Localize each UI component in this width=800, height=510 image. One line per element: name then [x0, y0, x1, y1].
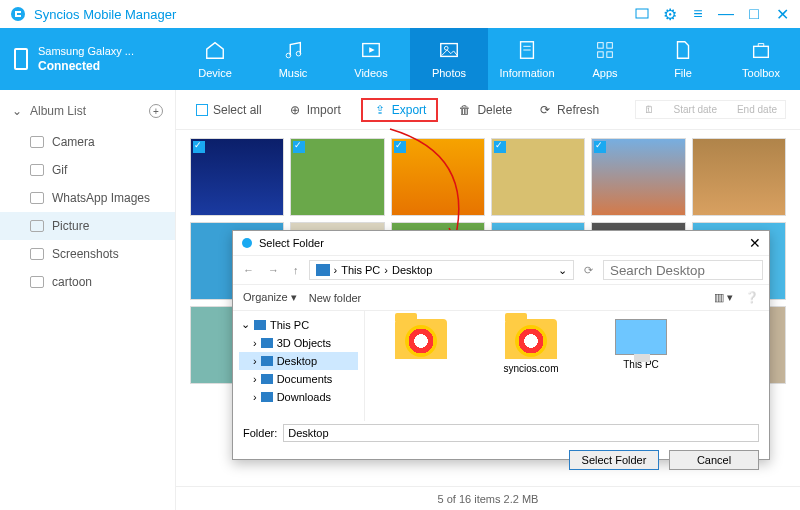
folder-icon [505, 319, 557, 359]
organize-menu[interactable]: Organize ▾ [243, 291, 297, 304]
device-name: Samsung Galaxy ... [38, 45, 134, 57]
sidebar-item-picture[interactable]: Picture [0, 212, 175, 240]
refresh-button[interactable]: ⟳Refresh [532, 100, 605, 120]
photo-thumb[interactable] [591, 138, 685, 216]
menu-icon[interactable]: ≡ [690, 6, 706, 22]
folder-icon [261, 356, 273, 366]
tree-this-pc[interactable]: ⌄ This PC [239, 315, 358, 334]
photo-thumb[interactable] [190, 138, 284, 216]
tree-downloads[interactable]: › Downloads [239, 388, 358, 406]
nav-apps[interactable]: Apps [566, 28, 644, 90]
pc-icon [316, 264, 330, 276]
pc-icon [615, 319, 667, 355]
folder-icon [30, 276, 44, 288]
nav-file[interactable]: File [644, 28, 722, 90]
cancel-button[interactable]: Cancel [669, 450, 759, 470]
gear-icon[interactable]: ⚙ [662, 6, 678, 22]
breadcrumb[interactable]: ›This PC ›Desktop ⌄ [309, 260, 575, 280]
folder-icon [30, 164, 44, 176]
nav-music[interactable]: Music [254, 28, 332, 90]
check-icon [494, 141, 506, 153]
app-logo [10, 6, 26, 22]
calendar-icon: 🗓 [644, 104, 654, 115]
phone-icon [14, 48, 28, 70]
folder-icon [261, 338, 273, 348]
sidebar-item-screenshots[interactable]: Screenshots [0, 240, 175, 268]
check-icon [594, 141, 606, 153]
device-panel[interactable]: Samsung Galaxy ... Connected [0, 28, 176, 90]
svg-rect-13 [607, 52, 613, 58]
svg-rect-1 [636, 9, 648, 18]
sidebar-item-whatsapp[interactable]: WhatsApp Images [0, 184, 175, 212]
svg-rect-14 [754, 46, 769, 57]
dialog-title: Select Folder [259, 237, 749, 249]
status-bar: 5 of 16 items 2.2 MB [176, 486, 800, 510]
view-icon[interactable]: ▥ ▾ [714, 291, 733, 304]
nav-photos[interactable]: Photos [410, 28, 488, 90]
checkbox-icon [196, 104, 208, 116]
new-folder-button[interactable]: New folder [309, 292, 362, 304]
refresh-icon: ⟳ [538, 103, 552, 117]
screen-icon[interactable] [634, 6, 650, 22]
date-range-picker[interactable]: 🗓 Start date End date [635, 100, 786, 119]
select-folder-button[interactable]: Select Folder [569, 450, 659, 470]
tree-documents[interactable]: › Documents [239, 370, 358, 388]
sidebar-heading: Album List [30, 104, 86, 118]
nav-device[interactable]: Device [176, 28, 254, 90]
folder-input[interactable] [283, 424, 759, 442]
select-folder-dialog: Select Folder ✕ ← → ↑ ›This PC ›Desktop … [232, 230, 770, 460]
delete-button[interactable]: 🗑Delete [452, 100, 518, 120]
photo-thumb[interactable] [491, 138, 585, 216]
check-icon [293, 141, 305, 153]
sidebar-item-gif[interactable]: Gif [0, 156, 175, 184]
folder-label: Folder: [243, 427, 277, 439]
svg-point-6 [444, 46, 448, 50]
folder-icon [395, 319, 447, 359]
export-button[interactable]: ⇪Export [361, 98, 439, 122]
check-icon [394, 141, 406, 153]
tree-desktop[interactable]: › Desktop [239, 352, 358, 370]
import-button[interactable]: ⊕Import [282, 100, 347, 120]
photo-thumb[interactable] [290, 138, 384, 216]
folder-icon [30, 220, 44, 232]
nav-back-icon[interactable]: ← [239, 262, 258, 278]
close-icon[interactable]: ✕ [774, 6, 790, 22]
nav-videos[interactable]: Videos [332, 28, 410, 90]
device-status: Connected [38, 59, 134, 73]
minimize-icon[interactable]: — [718, 6, 734, 22]
svg-rect-10 [598, 43, 604, 49]
file-item[interactable]: This PC [603, 319, 679, 370]
folder-icon [30, 192, 44, 204]
folder-icon [30, 136, 44, 148]
app-title: Syncios Mobile Manager [34, 7, 622, 22]
svg-rect-11 [607, 43, 613, 49]
maximize-icon[interactable]: □ [746, 6, 762, 22]
photo-thumb[interactable] [692, 138, 786, 216]
svg-point-3 [296, 51, 301, 56]
tree-3d[interactable]: › 3D Objects [239, 334, 358, 352]
help-icon[interactable]: ❔ [745, 291, 759, 304]
svg-point-15 [242, 238, 252, 248]
chevron-down-icon[interactable]: ⌄ [12, 104, 22, 118]
nav-information[interactable]: Information [488, 28, 566, 90]
refresh-icon[interactable]: ⟳ [580, 262, 597, 279]
folder-icon [261, 392, 273, 402]
nav-up-icon[interactable]: ↑ [289, 262, 303, 278]
dialog-close-icon[interactable]: ✕ [749, 235, 761, 251]
dialog-search-input[interactable] [603, 260, 763, 280]
export-icon: ⇪ [373, 103, 387, 117]
plus-icon: ⊕ [288, 103, 302, 117]
file-item[interactable] [383, 319, 459, 363]
app-logo-small [241, 237, 253, 249]
folder-icon [30, 248, 44, 260]
select-all-toggle[interactable]: Select all [190, 100, 268, 120]
file-item[interactable]: syncios.com [493, 319, 569, 374]
nav-forward-icon[interactable]: → [264, 262, 283, 278]
add-album-button[interactable]: + [149, 104, 163, 118]
sidebar-item-cartoon[interactable]: cartoon [0, 268, 175, 296]
sidebar-item-camera[interactable]: Camera [0, 128, 175, 156]
nav-toolbox[interactable]: Toolbox [722, 28, 800, 90]
photo-thumb[interactable] [391, 138, 485, 216]
dialog-tree: ⌄ This PC › 3D Objects › Desktop › Docum… [233, 311, 365, 421]
trash-icon: 🗑 [458, 103, 472, 117]
